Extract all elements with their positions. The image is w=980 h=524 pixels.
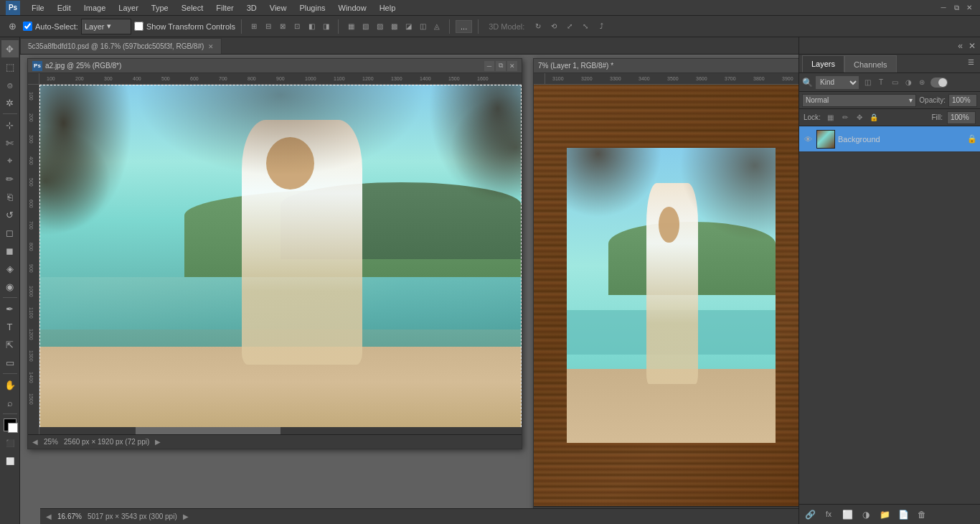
menu-type[interactable]: Type	[146, 2, 174, 14]
doc1-scrollbar-h[interactable]	[39, 427, 522, 434]
dodge-tool[interactable]: ◉	[1, 278, 19, 295]
hand-tool[interactable]: ✋	[1, 376, 19, 393]
lock-position-btn[interactable]: ✥	[854, 112, 865, 123]
crop-tool[interactable]: ⊹	[1, 116, 19, 134]
screen-mode-btn[interactable]: ⬜	[1, 452, 19, 469]
menu-3d[interactable]: 3D	[241, 2, 263, 14]
options-more-button[interactable]: ...	[456, 20, 472, 33]
move-tool-options-icon[interactable]: ⊕	[4, 19, 20, 34]
bottom-nav-right[interactable]: ▶	[183, 513, 189, 520]
brush-tool[interactable]: ✏	[1, 170, 19, 187]
opacity-input[interactable]: 100%	[948, 94, 977, 107]
blur-tool[interactable]: ◈	[1, 260, 19, 277]
layer-dropdown[interactable]: Layer ▾	[81, 19, 131, 34]
layer-new-button[interactable]: 📄	[895, 507, 911, 523]
type-tool[interactable]: T	[1, 318, 19, 335]
layer-mask-button[interactable]: ⬜	[839, 507, 855, 523]
panel-tab-menu-btn[interactable]: ☰	[965, 58, 977, 69]
3d-slide-icon[interactable]: ⤡	[579, 20, 592, 33]
menu-layer[interactable]: Layer	[113, 2, 144, 14]
layer-group-button[interactable]: 📁	[877, 507, 892, 523]
filter-smart-icon[interactable]: ⊛	[916, 77, 928, 88]
tab-layers[interactable]: Layers	[802, 55, 844, 72]
bottom-nav-left[interactable]: ◀	[46, 513, 52, 520]
menu-view[interactable]: View	[264, 2, 293, 14]
dist-extra-button[interactable]: ◬	[430, 20, 443, 33]
menu-window[interactable]: Window	[333, 2, 372, 14]
zoom-tool[interactable]: ⌕	[1, 394, 19, 411]
menu-select[interactable]: Select	[176, 2, 209, 14]
history-brush-tool[interactable]: ↺	[1, 206, 19, 223]
3d-rotate-icon[interactable]: ↻	[532, 20, 545, 33]
auto-select-checkbox[interactable]	[23, 22, 32, 31]
align-center-h-button[interactable]: ⊟	[262, 20, 275, 33]
pen-tool[interactable]: ✒	[1, 300, 19, 317]
panel-collapse-button[interactable]: «	[956, 39, 964, 52]
align-left-button[interactable]: ⊞	[248, 20, 260, 33]
color-swatches[interactable]	[1, 416, 19, 434]
align-bottom-button[interactable]: ◨	[319, 20, 332, 33]
doc1-maximize-btn[interactable]: ⧉	[496, 61, 506, 71]
blend-mode-dropdown[interactable]: Normal ▾	[802, 94, 916, 107]
lock-paint-btn[interactable]: ✏	[839, 112, 851, 123]
doc1-close-btn[interactable]: ✕	[507, 61, 517, 71]
layer-adjustment-button[interactable]: ◑	[858, 507, 874, 523]
close-button[interactable]: ✕	[964, 3, 974, 13]
layer-item-background[interactable]: 👁 Background 🔒	[799, 126, 980, 152]
doc1-scrollbar-h-thumb[interactable]	[136, 427, 281, 434]
layer-delete-button[interactable]: 🗑	[914, 507, 930, 523]
stamp-tool[interactable]: ⎗	[1, 188, 19, 205]
lock-all-btn[interactable]: 🔒	[868, 112, 880, 123]
fill-input[interactable]: 100%	[947, 111, 976, 124]
menu-help[interactable]: Help	[374, 2, 402, 14]
dist-right-button[interactable]: ▨	[373, 20, 386, 33]
menu-plugins[interactable]: Plugins	[293, 2, 331, 14]
eraser-tool[interactable]: ◻	[1, 224, 19, 241]
3d-pan-icon[interactable]: ⟲	[547, 20, 560, 33]
align-right-button[interactable]: ⊠	[276, 20, 289, 33]
dist-bottom-button[interactable]: ◫	[416, 20, 429, 33]
dist-top-button[interactable]: ▩	[387, 20, 400, 33]
dist-left-button[interactable]: ▦	[344, 20, 357, 33]
align-top-button[interactable]: ⊡	[291, 20, 303, 33]
menu-image[interactable]: Image	[78, 2, 112, 14]
doc-tab-psd[interactable]: 5c35a8fbdfd10.psd @ 16.7% (597bcdc505f3f…	[20, 38, 222, 54]
magic-wand-tool[interactable]: ✲	[1, 94, 19, 111]
layers-search-icon[interactable]: 🔍	[802, 78, 813, 88]
layer-fx-button[interactable]: fx	[821, 507, 837, 523]
layer-link-button[interactable]: 🔗	[802, 507, 818, 523]
shape-tool[interactable]: ▭	[1, 354, 19, 371]
doc1-minimize-btn[interactable]: ─	[484, 61, 494, 71]
move-tool[interactable]: ✥	[1, 40, 19, 57]
doc-tab-psd-close[interactable]: ✕	[208, 43, 214, 50]
doc1-status-nav-left[interactable]: ◀	[32, 438, 38, 446]
filter-type-icon[interactable]: T	[875, 77, 887, 88]
minimize-button[interactable]: ─	[938, 3, 948, 13]
panel-close-button[interactable]: ✕	[967, 39, 977, 52]
lock-transparent-btn[interactable]: ▦	[825, 112, 837, 123]
menu-filter[interactable]: Filter	[210, 2, 239, 14]
align-center-v-button[interactable]: ◧	[305, 20, 318, 33]
eyedropper-tool[interactable]: ✄	[1, 134, 19, 151]
spot-heal-tool[interactable]: ⌖	[1, 152, 19, 169]
quick-mask-btn[interactable]: ⬛	[1, 434, 19, 452]
3d-scale-icon[interactable]: ⤢	[563, 20, 576, 33]
layers-filter-toggle[interactable]	[930, 78, 948, 88]
marquee-tool[interactable]: ⬚	[1, 58, 19, 75]
menu-file[interactable]: File	[26, 2, 50, 14]
transform-checkbox[interactable]	[134, 22, 143, 31]
lasso-tool[interactable]: ⌾	[1, 76, 19, 93]
filter-pixel-icon[interactable]: ◫	[862, 77, 873, 88]
path-select-tool[interactable]: ⇱	[1, 336, 19, 353]
3d-rotate-view-icon[interactable]: ⤴	[595, 20, 608, 33]
gradient-tool[interactable]: ◼	[1, 242, 19, 259]
dist-center-h-button[interactable]: ▧	[359, 20, 372, 33]
filter-shape-icon[interactable]: ▭	[889, 77, 900, 88]
doc1-status-nav-right[interactable]: ▶	[155, 438, 161, 446]
layers-kind-dropdown[interactable]: Kind	[816, 76, 859, 89]
layer-visibility-toggle[interactable]: 👁	[802, 134, 814, 145]
restore-button[interactable]: ⧉	[951, 3, 961, 13]
filter-adjustment-icon[interactable]: ◑	[903, 77, 914, 88]
tab-channels[interactable]: Channels	[844, 55, 896, 72]
dist-center-v-button[interactable]: ◪	[402, 20, 415, 33]
